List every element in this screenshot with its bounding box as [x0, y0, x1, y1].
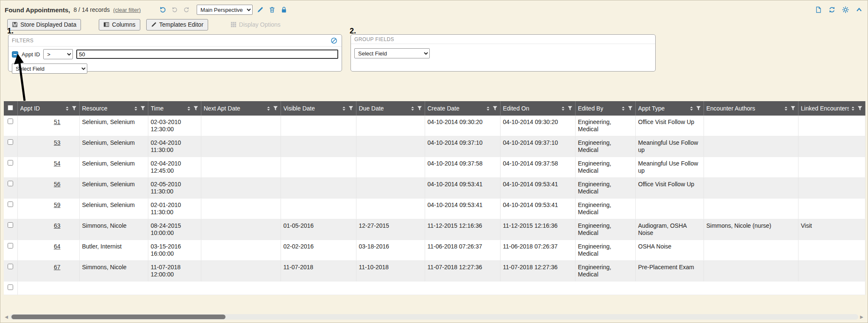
sort-icon[interactable] [186, 106, 191, 111]
table-row: 56 Selenium, Selenium 02-05-2010 11:30:0… [4, 178, 865, 199]
column-filter-icon[interactable] [628, 106, 633, 111]
templates-editor-button[interactable]: Templates Editor [146, 19, 208, 30]
perspective-select[interactable]: Main Perspective [197, 5, 253, 15]
column-header[interactable]: Appt ID [17, 101, 79, 116]
column-filter-icon[interactable] [140, 106, 145, 111]
appt-id-link[interactable]: 56 [54, 181, 61, 188]
appt-id-link[interactable]: 53 [54, 139, 61, 146]
column-header[interactable]: Edited By [575, 101, 635, 116]
cell-next-apt-date [201, 178, 281, 199]
scroll-right-arrow[interactable]: ▶ [859, 314, 864, 320]
row-checkbox[interactable] [8, 202, 13, 207]
sort-icon[interactable] [410, 106, 415, 111]
appt-id-link[interactable]: 64 [54, 243, 61, 250]
cell-edited-by: Engineering, Medical [575, 116, 635, 136]
sort-icon[interactable] [621, 106, 626, 111]
edit-perspective-button[interactable] [256, 6, 264, 14]
cell-next-apt-date [201, 199, 281, 219]
column-header-label: Time [151, 105, 164, 112]
group-field-select[interactable]: Select Field [354, 48, 430, 58]
history-forward-button[interactable] [182, 6, 191, 14]
table-row: 54 Selenium, Selenium 02-04-2010 12:45:0… [4, 157, 865, 178]
filters-panel: FILTERS Appt ID > Select Field [8, 34, 342, 72]
select-all-checkbox[interactable] [8, 105, 13, 110]
column-header[interactable]: Create Date [425, 101, 500, 116]
column-filter-icon[interactable] [72, 106, 77, 111]
cell-resource: Selenium, Selenium [79, 199, 148, 219]
appt-id-link[interactable]: 63 [54, 222, 61, 229]
scroll-left-arrow[interactable]: ◀ [4, 314, 9, 320]
column-filter-icon[interactable] [568, 106, 573, 111]
columns-button[interactable]: Columns [99, 19, 140, 30]
sort-icon[interactable] [784, 106, 788, 111]
row-checkbox[interactable] [8, 284, 13, 290]
row-checkbox[interactable] [8, 222, 13, 228]
clear-filter-link[interactable]: (clear filter) [113, 7, 141, 13]
select-all-header-cell [4, 101, 17, 116]
time-date: 02-04-2010 [151, 139, 198, 146]
collapse-panel-button[interactable] [855, 6, 863, 14]
trash-icon [269, 6, 275, 13]
appointments-table-wrap: Appt ID Resource Time Next Apt Date [4, 101, 865, 295]
sort-icon[interactable] [486, 106, 490, 111]
cell-edited-by: Engineering, Medical [575, 261, 635, 282]
sort-icon[interactable] [561, 106, 565, 111]
cell-visible-date [281, 199, 356, 219]
store-displayed-data-button[interactable]: Store Displayed Data [7, 19, 81, 30]
scrollbar-track[interactable] [10, 314, 858, 320]
column-filter-icon[interactable] [696, 106, 701, 111]
cell-appt-id: 53 [17, 136, 79, 157]
column-header[interactable]: Due Date [356, 101, 425, 116]
column-header[interactable]: Encounter Authors [704, 101, 798, 116]
refresh-button[interactable] [828, 6, 836, 14]
row-checkbox[interactable] [8, 181, 13, 186]
appt-id-link[interactable]: 54 [54, 160, 61, 167]
cell-checkbox [4, 116, 17, 136]
history-back-icon [172, 7, 178, 13]
column-filter-icon[interactable] [492, 106, 498, 111]
column-header[interactable]: Resource [79, 101, 148, 116]
column-header[interactable]: Edited On [500, 101, 575, 116]
appt-id-link[interactable]: 51 [54, 119, 61, 125]
cell-encounter-authors [704, 136, 798, 157]
history-back-button[interactable] [170, 6, 179, 14]
cell-next-apt-date [201, 116, 281, 136]
sort-icon[interactable] [851, 106, 855, 111]
column-header[interactable]: Next Apt Date [201, 101, 281, 116]
cell-appt-type: Office Visit Follow Up [635, 116, 704, 136]
filter-value-input[interactable] [76, 50, 338, 59]
sort-icon[interactable] [342, 106, 346, 111]
sort-icon[interactable] [134, 106, 138, 111]
settings-button[interactable] [841, 6, 850, 14]
clear-filters-button[interactable] [330, 36, 338, 45]
column-filter-icon[interactable] [790, 106, 796, 111]
appt-id-link[interactable]: 67 [54, 264, 61, 271]
column-filter-icon[interactable] [857, 106, 862, 111]
lock-perspective-button[interactable] [280, 6, 288, 14]
sort-icon[interactable] [689, 106, 694, 111]
filter-operator-select[interactable]: > [43, 49, 73, 59]
row-checkbox[interactable] [8, 160, 13, 166]
sort-icon[interactable] [266, 106, 271, 111]
row-checkbox[interactable] [8, 119, 13, 124]
column-filter-icon[interactable] [348, 106, 353, 111]
column-header[interactable]: Visible Date [281, 101, 356, 116]
appt-id-link[interactable]: 59 [54, 202, 61, 208]
sort-icon[interactable] [65, 106, 70, 111]
row-checkbox[interactable] [8, 243, 13, 248]
cell-create-date: 04-10-2014 09:53:41 [425, 199, 500, 219]
delete-perspective-button[interactable] [268, 6, 276, 14]
row-checkbox[interactable] [8, 139, 13, 145]
row-checkbox[interactable] [8, 264, 13, 269]
undo-button[interactable] [159, 6, 167, 14]
column-filter-icon[interactable] [273, 106, 278, 111]
column-header-label: Create Date [428, 105, 459, 112]
column-header[interactable]: Linked Encounters [798, 101, 865, 116]
new-document-button[interactable] [814, 6, 823, 14]
scrollbar-thumb[interactable] [11, 315, 225, 319]
column-header[interactable]: Time [148, 101, 201, 116]
column-filter-icon[interactable] [417, 106, 422, 111]
cell-appt-id: 67 [17, 261, 79, 282]
column-header[interactable]: Appt Type [635, 101, 704, 116]
column-filter-icon[interactable] [193, 106, 198, 111]
